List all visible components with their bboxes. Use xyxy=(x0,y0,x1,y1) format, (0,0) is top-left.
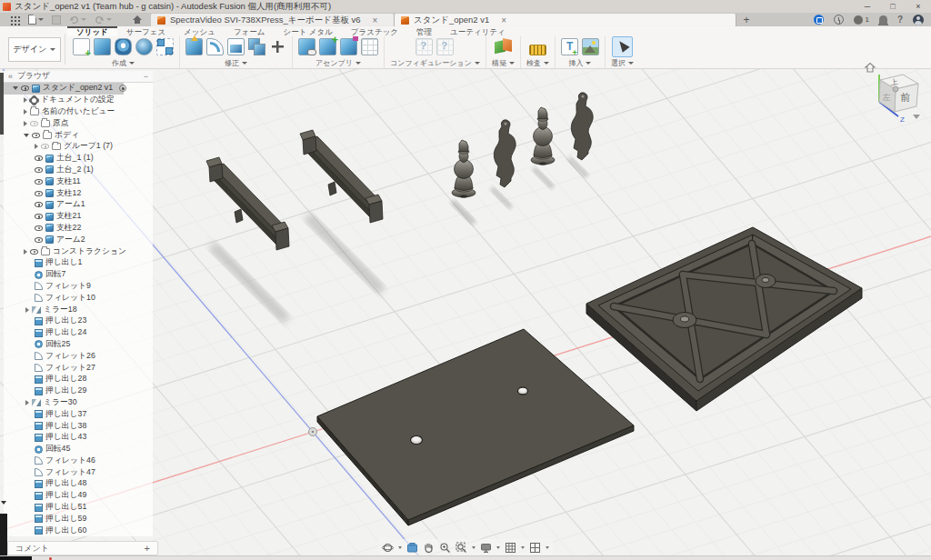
extrude-icon[interactable] xyxy=(35,480,43,488)
feature-row[interactable]: 押し出し51 xyxy=(4,502,153,514)
viewcube-menu-icon[interactable] xyxy=(913,115,920,119)
panel-minimize-icon[interactable]: − xyxy=(144,72,148,81)
feature-row[interactable]: フィレット9 xyxy=(4,281,153,293)
expander-icon[interactable] xyxy=(35,144,38,149)
extrude-icon[interactable] xyxy=(35,434,43,442)
fillet-icon[interactable] xyxy=(35,282,43,290)
tree-row[interactable]: 支柱11 xyxy=(4,175,153,187)
extrude-icon[interactable] xyxy=(35,329,43,337)
folder-icon[interactable] xyxy=(41,120,50,127)
tree-row[interactable]: 支柱21 xyxy=(4,211,153,223)
visibility-eye-icon[interactable] xyxy=(35,214,43,219)
fillet-icon[interactable] xyxy=(35,364,43,372)
feature-row[interactable]: 押し出し29 xyxy=(4,385,153,397)
mirror-icon[interactable] xyxy=(32,399,41,406)
viewcube-home-icon[interactable] xyxy=(866,64,875,73)
activate-radio-icon[interactable] xyxy=(119,85,126,92)
extrude-icon[interactable] xyxy=(35,387,43,395)
feature-row[interactable]: ミラー30 xyxy=(4,397,153,409)
visibility-eye-icon[interactable] xyxy=(35,179,43,185)
pan-icon[interactable] xyxy=(423,542,435,554)
extrude-icon[interactable] xyxy=(35,504,43,512)
orbit-caret[interactable] xyxy=(398,546,402,549)
revolve-icon[interactable] xyxy=(35,340,43,348)
feature-row[interactable]: フィレット47 xyxy=(4,466,153,478)
folder-icon[interactable] xyxy=(30,108,39,115)
body-icon[interactable] xyxy=(45,189,54,197)
display-caret[interactable] xyxy=(496,546,500,549)
body-icon[interactable] xyxy=(45,235,54,244)
folder-icon[interactable] xyxy=(41,248,50,255)
visibility-eye-icon[interactable] xyxy=(35,167,43,173)
feature-row[interactable]: 押し出し28 xyxy=(4,374,153,385)
body-icon[interactable] xyxy=(45,165,54,174)
expander-icon[interactable] xyxy=(24,249,27,255)
browser-header[interactable]: « ブラウザ − xyxy=(4,71,153,83)
expander-icon[interactable] xyxy=(24,109,27,115)
feature-row[interactable]: 回転45 xyxy=(4,444,153,455)
extrude-icon[interactable] xyxy=(35,410,43,418)
feature-row[interactable]: フィレット10 xyxy=(4,292,153,304)
extrude-icon[interactable] xyxy=(35,375,43,384)
zoom-icon[interactable] xyxy=(439,542,451,554)
tree-row[interactable]: 名前の付いたビュー xyxy=(4,106,153,118)
comment-bar[interactable]: コメント + xyxy=(7,541,158,555)
tree-row[interactable]: 原点 xyxy=(4,117,153,129)
folder-icon[interactable] xyxy=(52,143,61,150)
timeline-collapse-caret[interactable] xyxy=(1,501,6,505)
tree-row[interactable]: ボディ xyxy=(4,129,153,141)
extrude-icon[interactable] xyxy=(35,259,43,267)
look-at-icon[interactable] xyxy=(406,542,418,554)
expander-icon[interactable] xyxy=(25,307,29,313)
expander-icon[interactable] xyxy=(24,97,27,103)
expander-icon[interactable] xyxy=(24,121,27,126)
tree-row[interactable]: スタンド_open2 v1 xyxy=(4,83,124,95)
body-icon[interactable] xyxy=(45,177,54,185)
body-icon[interactable] xyxy=(45,201,54,209)
visibility-eye-icon[interactable] xyxy=(35,202,43,207)
viewcube[interactable]: Z 上 前 左 xyxy=(860,60,929,135)
visibility-eye-icon[interactable] xyxy=(32,133,40,138)
viewports-icon[interactable] xyxy=(529,542,541,554)
tree-row[interactable]: コンストラクション xyxy=(4,245,153,257)
feature-row[interactable]: 押し出し38 xyxy=(4,420,153,432)
feature-row[interactable]: 回転25 xyxy=(4,339,153,351)
fillet-icon[interactable] xyxy=(35,352,43,360)
viewcube-corner[interactable] xyxy=(893,86,898,92)
visibility-eye-icon[interactable] xyxy=(41,144,49,149)
feature-row[interactable]: 押し出し60 xyxy=(4,525,153,536)
body-icon[interactable] xyxy=(45,213,54,221)
feature-row[interactable]: 押し出し37 xyxy=(4,408,153,420)
extrude-icon[interactable] xyxy=(35,317,43,325)
gear-icon[interactable] xyxy=(30,96,38,105)
expander-icon[interactable] xyxy=(13,86,18,90)
folder-icon[interactable] xyxy=(43,132,52,139)
tree-row[interactable]: アーム1 xyxy=(4,199,153,211)
tree-row[interactable]: 土台_1 (1) xyxy=(4,153,153,165)
fillet-icon[interactable] xyxy=(35,468,43,476)
visibility-eye-icon[interactable] xyxy=(21,85,29,91)
tree-row[interactable]: 土台_2 (1) xyxy=(4,165,153,176)
feature-row[interactable]: 押し出し59 xyxy=(4,513,153,525)
component-icon[interactable] xyxy=(32,85,40,93)
feature-row[interactable]: ミラー18 xyxy=(4,304,153,315)
visibility-eye-icon[interactable] xyxy=(35,225,43,231)
extrude-icon[interactable] xyxy=(35,492,43,500)
body-icon[interactable] xyxy=(45,224,54,232)
expander-icon[interactable] xyxy=(24,134,29,137)
viewports-caret[interactable] xyxy=(546,546,549,549)
feature-row[interactable]: フィレット46 xyxy=(4,455,153,467)
visibility-eye-icon[interactable] xyxy=(35,191,43,196)
extrude-icon[interactable] xyxy=(35,526,43,535)
extrude-icon[interactable] xyxy=(35,422,43,430)
visibility-eye-icon[interactable] xyxy=(30,121,38,126)
revolve-icon[interactable] xyxy=(35,445,43,454)
grid-layout-icon[interactable] xyxy=(505,542,516,554)
display-settings-icon[interactable] xyxy=(480,542,492,554)
feature-row[interactable]: 押し出し48 xyxy=(4,478,153,490)
fit-caret[interactable] xyxy=(472,546,476,549)
feature-row[interactable]: フィレット27 xyxy=(4,362,153,374)
feature-row[interactable]: フィレット26 xyxy=(4,350,153,362)
orbit-icon[interactable] xyxy=(382,542,394,554)
expander-icon[interactable] xyxy=(25,400,29,405)
